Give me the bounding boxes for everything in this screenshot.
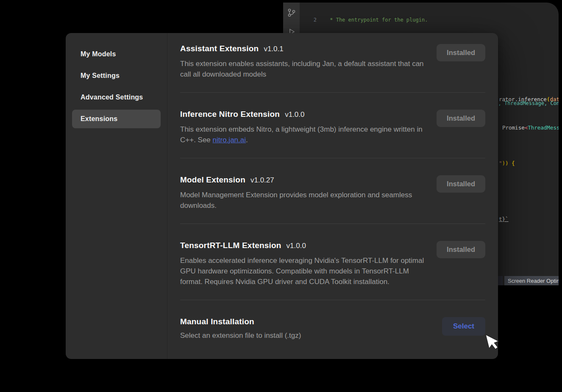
desktop-background: 2 * The entrypoint for the plugin. 3 */ … [3,3,559,389]
extension-description: This extension embeds Nitro, a lightweig… [180,124,428,145]
settings-modal: My Models My Settings Advanced Settings … [66,33,498,359]
extension-description: This extension enables assistants, inclu… [180,58,428,80]
extensions-panel: Assistant Extension v1.0.1 This extensio… [167,33,498,359]
code-token: Promise [502,124,525,131]
installed-button[interactable]: Installed [437,44,485,61]
code-token: " [499,160,502,166]
extension-title-row: TensortRT-LLM Extension v1.0.0 [180,241,428,250]
installed-button[interactable]: Installed [437,175,485,193]
extension-title-row: Assistant Extension v1.0.1 [180,44,428,53]
sidebar-item-advanced-settings[interactable]: Advanced Settings [72,88,161,107]
manual-installation-row: Manual Installation Select an extension … [180,300,485,353]
extension-title: Assistant Extension [180,44,259,53]
extension-title: Inference Nitro Extension [180,110,280,119]
sidebar-item-extensions[interactable]: Extensions [72,110,161,128]
code-token: t}` [499,216,509,222]
extension-row-assistant: Assistant Extension v1.0.1 This extensio… [180,44,485,93]
extension-info: Model Extension v1.0.27 Model Management… [180,175,428,211]
extension-version: v1.0.0 [285,110,304,119]
extension-row-nitro: Inference Nitro Extension v1.0.0 This ex… [180,93,485,158]
manual-installation-title: Manual Installation [180,317,254,326]
installed-button[interactable]: Installed [437,241,485,258]
extension-version: v1.0.1 [264,45,283,53]
extension-info: Assistant Extension v1.0.1 This extensio… [180,44,428,80]
extension-row-model: Model Extension v1.0.27 Model Management… [180,158,485,224]
manual-installation-description: Select an extension file to install (.tg… [180,330,301,341]
code-fragment: Promise<ThreadMessage> [502,124,559,131]
code-token: )) { [502,160,515,166]
select-file-button[interactable]: Select [442,317,485,336]
extension-title-row: Manual Installation [180,317,301,326]
sidebar-item-my-settings[interactable]: My Settings [72,66,161,85]
extension-title: Model Extension [180,175,245,185]
nitro-jan-ai-link[interactable]: nitro.jan.ai [213,136,246,144]
extension-info: TensortRT-LLM Extension v1.0.0 Enables a… [180,241,428,287]
source-control-icon[interactable] [287,8,297,19]
extension-description: Model Management Extension provides mode… [180,190,428,211]
extension-info: Manual Installation Select an extension … [180,317,301,341]
code-fragment: rator.inference(data)); [499,96,559,103]
line-number: 2 [300,17,317,23]
extension-info: Inference Nitro Extension v1.0.0 This ex… [180,110,428,145]
extension-version: v1.0.27 [250,176,274,185]
extension-version: v1.0.0 [287,242,306,250]
code-token: rator.inference [499,96,547,102]
code-line: 2 * The entrypoint for the plugin. [300,17,559,23]
code-fragment: t}` [499,216,509,223]
sidebar-item-my-models[interactable]: My Models [72,45,161,63]
code-text: * The entrypoint for the plugin. [317,17,428,23]
extension-title-row: Model Extension v1.0.27 [180,175,428,185]
installed-button[interactable]: Installed [437,110,485,127]
statusbar-screen-reader-item[interactable]: Screen Reader Optimized [504,276,559,285]
settings-sidebar: My Models My Settings Advanced Settings … [66,33,167,359]
extension-title: TensortRT-LLM Extension [180,241,281,250]
code-token: ThreadMessage [528,124,559,131]
code-token: data [550,96,559,102]
extension-description: Enables accelerated inference leveraging… [180,255,428,287]
description-text: . [246,136,248,144]
code-fragment: ")) { [499,160,515,167]
extension-row-tensorrt: TensortRT-LLM Extension v1.0.0 Enables a… [180,224,485,300]
extension-title-row: Inference Nitro Extension v1.0.0 [180,110,428,119]
